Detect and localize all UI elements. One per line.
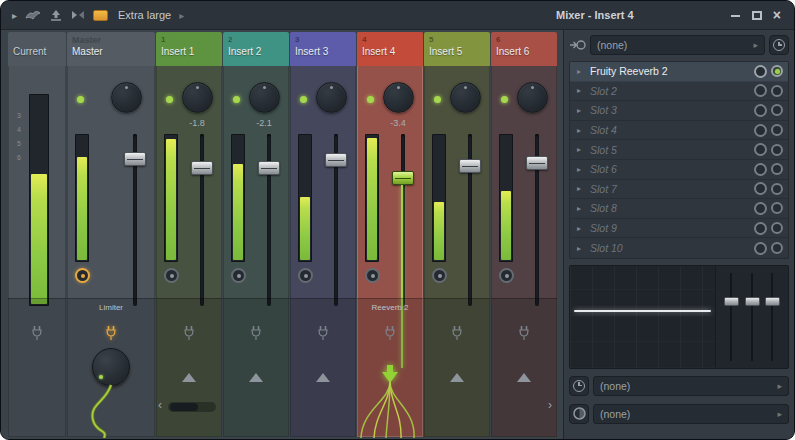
detach-icon[interactable]: [49, 9, 63, 21]
input-jack-icon[interactable]: [183, 325, 196, 346]
slot-plugin-name[interactable]: Slot 9: [590, 222, 750, 234]
mixer-track-insert-2[interactable]: 2 Insert 2 -2.1: [223, 32, 289, 437]
bird-icon[interactable]: [25, 9, 41, 21]
slot-mix-knob[interactable]: [754, 202, 767, 215]
track-header[interactable]: 4 Insert 4: [357, 32, 423, 66]
fader-handle[interactable]: [325, 153, 347, 167]
volume-fader[interactable]: [188, 134, 216, 306]
slot-plugin-name[interactable]: Slot 2: [590, 85, 750, 97]
slot-plugin-name[interactable]: Slot 10: [590, 242, 750, 254]
slot-menu-icon[interactable]: ▸: [577, 204, 586, 213]
send-delay-button[interactable]: [569, 376, 589, 396]
track-header[interactable]: 1 Insert 1: [156, 32, 222, 66]
slot-enable-led[interactable]: [771, 104, 783, 116]
slot-plugin-name[interactable]: Slot 7: [590, 183, 750, 195]
pan-knob[interactable]: [111, 82, 142, 113]
fx-slot-row-4[interactable]: ▸ Slot 4: [570, 121, 788, 141]
volume-fader[interactable]: [121, 134, 149, 306]
slot-menu-icon[interactable]: ▸: [577, 106, 586, 115]
mute-led[interactable]: [77, 96, 84, 103]
slot-mix-knob[interactable]: [754, 182, 767, 195]
slot-menu-icon[interactable]: ▸: [577, 67, 586, 76]
input-jack-icon[interactable]: [105, 325, 118, 346]
pan-knob[interactable]: [383, 82, 414, 113]
minimize-button[interactable]: [730, 10, 741, 21]
slot-mix-knob[interactable]: [754, 143, 767, 156]
volume-fader[interactable]: [322, 134, 350, 306]
route-send-arrow-icon[interactable]: [382, 365, 398, 383]
slot-menu-icon[interactable]: ▸: [577, 244, 586, 253]
mute-led[interactable]: [166, 96, 173, 103]
output-destination-selector[interactable]: (none) ▸: [593, 404, 789, 424]
master-out-knob[interactable]: [92, 348, 130, 386]
slot-enable-led[interactable]: [771, 163, 783, 175]
output-routing-button[interactable]: [569, 404, 589, 424]
slot-enable-led[interactable]: [771, 222, 783, 234]
route-to-master-arrow-icon[interactable]: [450, 373, 464, 382]
mute-led[interactable]: [434, 96, 441, 103]
slot-plugin-name[interactable]: Slot 4: [590, 124, 750, 136]
route-to-master-arrow-icon[interactable]: [316, 373, 330, 382]
slot-enable-led[interactable]: [771, 85, 783, 97]
fader-handle[interactable]: [745, 297, 760, 306]
fader-handle[interactable]: [258, 161, 280, 175]
eq-low-fader[interactable]: [724, 271, 739, 363]
fx-slot-row-6[interactable]: ▸ Slot 6: [570, 160, 788, 180]
record-arm-button[interactable]: [365, 268, 380, 283]
slot-enable-led[interactable]: [771, 183, 783, 195]
fx-slot-row-1[interactable]: ▸ Fruity Reeverb 2: [570, 62, 788, 82]
slot-plugin-name[interactable]: Slot 8: [590, 202, 750, 214]
eq-graph[interactable]: [570, 266, 716, 368]
input-jack-icon[interactable]: [384, 325, 397, 346]
eq-high-fader[interactable]: [765, 271, 780, 363]
record-arm-button[interactable]: [231, 268, 246, 283]
fader-handle[interactable]: [724, 297, 739, 306]
slot-menu-icon[interactable]: ▸: [577, 86, 586, 95]
slot-menu-icon[interactable]: ▸: [577, 165, 586, 174]
slot-mix-knob[interactable]: [754, 242, 767, 255]
slot-menu-icon[interactable]: ▸: [577, 184, 586, 193]
slot-enable-led[interactable]: [771, 124, 783, 136]
record-arm-button[interactable]: [75, 268, 90, 283]
slot-plugin-name[interactable]: Slot 3: [590, 104, 750, 116]
track-header[interactable]: Master Master: [67, 32, 155, 66]
volume-fader[interactable]: [456, 134, 484, 306]
record-arm-button[interactable]: [499, 268, 514, 283]
slot-mix-knob[interactable]: [754, 124, 767, 137]
mute-led[interactable]: [501, 96, 508, 103]
track-header[interactable]: 2 Insert 2: [223, 32, 289, 66]
track-header[interactable]: 3 Insert 3: [290, 32, 356, 66]
sidechain-selector[interactable]: (none) ▸: [593, 376, 789, 396]
mixer-track-insert-1[interactable]: 1 Insert 1 -1.8: [156, 32, 222, 437]
fx-slot-row-3[interactable]: ▸ Slot 3: [570, 101, 788, 121]
slot-enable-led[interactable]: [771, 242, 783, 254]
input-jack-icon[interactable]: [31, 325, 44, 346]
input-jack-icon[interactable]: [518, 325, 531, 346]
volume-fader[interactable]: [523, 134, 551, 306]
route-to-master-arrow-icon[interactable]: [182, 373, 196, 382]
input-source-selector[interactable]: (none) ▸: [590, 35, 765, 55]
record-arm-button[interactable]: [298, 268, 313, 283]
color-swatch-icon[interactable]: [93, 10, 108, 21]
route-to-master-arrow-icon[interactable]: [517, 373, 531, 382]
slot-enable-led[interactable]: [771, 65, 783, 77]
mute-led[interactable]: [233, 96, 240, 103]
fx-slot-row-2[interactable]: ▸ Slot 2: [570, 82, 788, 102]
fx-slot-row-8[interactable]: ▸ Slot 8: [570, 199, 788, 219]
pan-knob[interactable]: [249, 82, 280, 113]
view-mode-arrow-icon[interactable]: ▸: [179, 10, 184, 21]
fader-handle[interactable]: [526, 156, 548, 170]
fader-handle[interactable]: [459, 159, 481, 173]
track-header[interactable]: Current: [8, 32, 66, 66]
fx-slot-row-9[interactable]: ▸ Slot 9: [570, 219, 788, 239]
mute-led[interactable]: [300, 96, 307, 103]
input-delay-button[interactable]: [769, 35, 789, 55]
maximize-button[interactable]: [752, 11, 762, 20]
fader-handle[interactable]: [392, 171, 414, 185]
close-button[interactable]: ×: [773, 10, 781, 21]
record-arm-button[interactable]: [164, 268, 179, 283]
slot-mix-knob[interactable]: [754, 222, 767, 235]
fx-slot-row-7[interactable]: ▸ Slot 7: [570, 180, 788, 200]
volume-fader[interactable]: [255, 134, 283, 306]
track-header[interactable]: 5 Insert 5: [424, 32, 490, 66]
